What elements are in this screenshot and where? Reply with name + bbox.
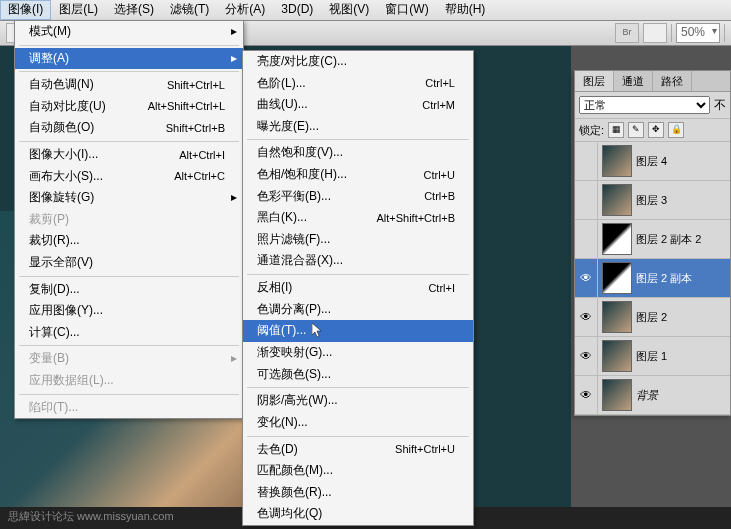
menu-item[interactable]: 图像大小(I)...Alt+Ctrl+I <box>15 144 243 166</box>
menu-separator <box>19 345 239 346</box>
menu-item[interactable]: 模式(M)▸ <box>15 21 243 43</box>
visibility-eye-icon[interactable]: 👁 <box>575 337 598 375</box>
shortcut-label: Alt+Shift+Ctrl+B <box>376 211 455 225</box>
menu-item[interactable]: 应用图像(Y)... <box>15 300 243 322</box>
menu-item-label: 亮度/对比度(C)... <box>257 54 347 70</box>
layer-name[interactable]: 图层 1 <box>636 349 730 363</box>
visibility-eye-icon[interactable]: 👁 <box>575 298 598 336</box>
menu-item[interactable]: 曝光度(E)... <box>243 116 473 138</box>
grid-icon[interactable] <box>643 23 667 43</box>
menu-item-label: 曝光度(E)... <box>257 119 319 135</box>
menu-item[interactable]: 帮助(H) <box>437 0 494 20</box>
visibility-eye-icon[interactable] <box>575 220 598 258</box>
menu-separator <box>247 387 469 388</box>
menu-item[interactable]: 色彩平衡(B)...Ctrl+B <box>243 186 473 208</box>
menu-item[interactable]: 计算(C)... <box>15 322 243 344</box>
menu-item: 变量(B)▸ <box>15 348 243 370</box>
menu-item[interactable]: 图像旋转(G)▸ <box>15 187 243 209</box>
menu-item[interactable]: 替换颜色(R)... <box>243 482 473 504</box>
menu-item[interactable]: 显示全部(V) <box>15 252 243 274</box>
menu-item-label: 画布大小(S)... <box>29 169 103 185</box>
visibility-eye-icon[interactable] <box>575 142 598 180</box>
lock-all-icon[interactable]: 🔒 <box>668 122 684 138</box>
layer-name[interactable]: 图层 4 <box>636 154 730 168</box>
visibility-eye-icon[interactable] <box>575 181 598 219</box>
layer-row[interactable]: 👁图层 2 <box>575 298 730 337</box>
layer-thumbnail[interactable] <box>602 379 632 411</box>
menu-item[interactable]: 裁切(R)... <box>15 230 243 252</box>
panel-tab[interactable]: 通道 <box>614 71 653 91</box>
layer-row[interactable]: 👁图层 1 <box>575 337 730 376</box>
blend-mode-select[interactable]: 正常 <box>579 96 710 114</box>
layer-row[interactable]: 👁背景 <box>575 376 730 415</box>
layer-thumbnail[interactable] <box>602 145 632 177</box>
menu-item[interactable]: 变化(N)... <box>243 412 473 434</box>
menu-item-label: 变量(B) <box>29 351 69 367</box>
layer-thumbnail[interactable] <box>602 262 632 294</box>
menu-item[interactable]: 曲线(U)...Ctrl+M <box>243 94 473 116</box>
menu-item-label: 渐变映射(G)... <box>257 345 332 361</box>
menu-item[interactable]: 窗口(W) <box>377 0 436 20</box>
layer-row[interactable]: 图层 2 副本 2 <box>575 220 730 259</box>
menu-item[interactable]: 色相/饱和度(H)...Ctrl+U <box>243 164 473 186</box>
screen-mode-icon[interactable]: Br <box>615 23 639 43</box>
menu-item[interactable]: 3D(D) <box>273 0 321 20</box>
zoom-dropdown[interactable]: 50% <box>676 23 720 43</box>
menu-item[interactable]: 分析(A) <box>217 0 273 20</box>
menu-item[interactable]: 画布大小(S)...Alt+Ctrl+C <box>15 166 243 188</box>
menu-item[interactable]: 自动色调(N)Shift+Ctrl+L <box>15 74 243 96</box>
layer-thumbnail[interactable] <box>602 184 632 216</box>
layer-row[interactable]: 图层 3 <box>575 181 730 220</box>
menu-item[interactable]: 色调均化(Q) <box>243 503 473 525</box>
menu-item[interactable]: 调整(A)▸ <box>15 48 243 70</box>
layer-thumbnail[interactable] <box>602 340 632 372</box>
menu-item[interactable]: 通道混合器(X)... <box>243 250 473 272</box>
menu-item[interactable]: 选择(S) <box>106 0 162 20</box>
panel-tab[interactable]: 图层 <box>575 71 614 91</box>
lock-transparent-icon[interactable]: ▦ <box>608 122 624 138</box>
visibility-eye-icon[interactable]: 👁 <box>575 376 598 414</box>
lock-position-icon[interactable]: ✥ <box>648 122 664 138</box>
menu-item-label: 色相/饱和度(H)... <box>257 167 347 183</box>
menu-item[interactable]: 自动颜色(O)Shift+Ctrl+B <box>15 117 243 139</box>
menu-item[interactable]: 复制(D)... <box>15 279 243 301</box>
menu-item[interactable]: 去色(D)Shift+Ctrl+U <box>243 439 473 461</box>
layer-name[interactable]: 背景 <box>636 388 730 402</box>
menu-item-label: 自动颜色(O) <box>29 120 94 136</box>
layer-name[interactable]: 图层 2 <box>636 310 730 324</box>
menu-item[interactable]: 滤镜(T) <box>162 0 217 20</box>
layer-name[interactable]: 图层 2 副本 2 <box>636 232 730 246</box>
image-menu-dropdown: 模式(M)▸调整(A)▸自动色调(N)Shift+Ctrl+L自动对比度(U)A… <box>14 20 244 419</box>
panel-tab[interactable]: 路径 <box>653 71 692 91</box>
menu-item[interactable]: 照片滤镜(F)... <box>243 229 473 251</box>
menu-item[interactable]: 色阶(L)...Ctrl+L <box>243 73 473 95</box>
layer-row[interactable]: 👁图层 2 副本 <box>575 259 730 298</box>
layer-name[interactable]: 图层 3 <box>636 193 730 207</box>
menu-item[interactable]: 匹配颜色(M)... <box>243 460 473 482</box>
menu-item[interactable]: 阈值(T)... <box>243 320 473 342</box>
menu-item-label: 调整(A) <box>29 51 69 67</box>
layer-row[interactable]: 图层 4 <box>575 142 730 181</box>
menu-item-label: 黑白(K)... <box>257 210 307 226</box>
menu-item[interactable]: 可选颜色(S)... <box>243 364 473 386</box>
menu-item[interactable]: 黑白(K)...Alt+Shift+Ctrl+B <box>243 207 473 229</box>
menu-item-label: 图像旋转(G) <box>29 190 94 206</box>
menu-item[interactable]: 视图(V) <box>321 0 377 20</box>
shortcut-label: Alt+Shift+Ctrl+L <box>148 99 225 113</box>
menu-item: 陷印(T)... <box>15 397 243 419</box>
menu-item[interactable]: 图层(L) <box>51 0 106 20</box>
menu-item[interactable]: 亮度/对比度(C)... <box>243 51 473 73</box>
menu-item[interactable]: 色调分离(P)... <box>243 299 473 321</box>
lock-pixels-icon[interactable]: ✎ <box>628 122 644 138</box>
menu-item[interactable]: 阴影/高光(W)... <box>243 390 473 412</box>
layer-thumbnail[interactable] <box>602 223 632 255</box>
layer-name[interactable]: 图层 2 副本 <box>636 271 730 285</box>
menu-item[interactable]: 自动对比度(U)Alt+Shift+Ctrl+L <box>15 96 243 118</box>
menu-item-label: 色调均化(Q) <box>257 506 322 522</box>
menu-item[interactable]: 渐变映射(G)... <box>243 342 473 364</box>
menu-item[interactable]: 图像(I) <box>0 0 51 20</box>
visibility-eye-icon[interactable]: 👁 <box>575 259 598 297</box>
menu-item[interactable]: 反相(I)Ctrl+I <box>243 277 473 299</box>
menu-item[interactable]: 自然饱和度(V)... <box>243 142 473 164</box>
layer-thumbnail[interactable] <box>602 301 632 333</box>
